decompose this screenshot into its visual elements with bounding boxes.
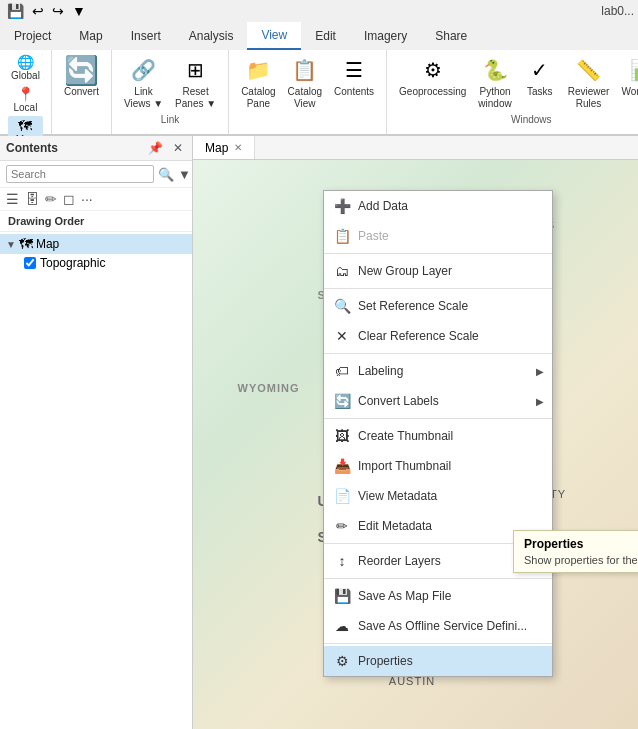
ctx-sep-2 [324, 288, 552, 289]
ctx-convert-labels[interactable]: 🔄 Convert Labels ▶ [324, 386, 552, 416]
tree-item-map[interactable]: ▼ 🗺 Map [0, 234, 192, 254]
btn-local[interactable]: 📍 Local [8, 84, 43, 115]
layer-tree: ▼ 🗺 Map Topographic [0, 232, 192, 274]
map-content[interactable]: SOUTH DAKOTA WYOMING GREAT PLAINS NEBRAS… [193, 160, 638, 729]
tab-analysis[interactable]: Analysis [175, 22, 248, 50]
tab-share[interactable]: Share [421, 22, 481, 50]
ctx-labeling[interactable]: 🏷 Labeling ▶ [324, 356, 552, 386]
contents-icon: ☰ [338, 54, 370, 86]
tree-arrow-map: ▼ [6, 239, 16, 250]
catalog-view-icon: 📋 [289, 54, 321, 86]
main-area: Contents 📌 ✕ 🔍 ▼ ☰ 🗄 ✏ ◻ ··· Drawing Ord… [0, 136, 638, 729]
convert-labels-icon: 🔄 [332, 391, 352, 411]
tab-map[interactable]: Map [65, 22, 116, 50]
search-options-icon[interactable]: ▼ [178, 167, 191, 182]
btn-workflow[interactable]: 📊 Workflo... [617, 52, 638, 100]
ctx-new-group-layer[interactable]: 🗂 New Group Layer [324, 256, 552, 286]
btn-catalog-pane[interactable]: 📁 CatalogPane [237, 52, 279, 112]
map-tab-bar: Map ✕ [193, 136, 638, 160]
python-icon: 🐍 [479, 54, 511, 86]
drawing-order-label: Drawing Order [0, 211, 192, 232]
ctx-create-thumbnail[interactable]: 🖼 Create Thumbnail [324, 421, 552, 451]
ctx-properties[interactable]: ⚙ Properties [324, 646, 552, 676]
btn-python-window[interactable]: 🐍 Pythonwindow [474, 52, 515, 112]
geoprocessing-label: Geoprocessing [399, 86, 466, 98]
workflow-label: Workflo... [621, 86, 638, 98]
btn-contents[interactable]: ☰ Contents [330, 52, 378, 100]
map-view-icon: 🗺 [18, 118, 32, 134]
panel-close-btn[interactable]: ✕ [170, 140, 186, 156]
btn-global[interactable]: 🌐 Global [8, 52, 43, 83]
ctx-add-data-label: Add Data [358, 199, 544, 213]
ctx-view-metadata[interactable]: 📄 View Metadata [324, 481, 552, 511]
list-by-editing-btn[interactable]: ✏ [45, 191, 57, 207]
search-input[interactable] [6, 165, 154, 183]
global-icon: 🌐 [17, 54, 34, 70]
tab-project[interactable]: Project [0, 22, 65, 50]
qat-dropdown[interactable]: ▼ [69, 2, 89, 20]
qat-undo[interactable]: ↩ [29, 2, 47, 20]
ctx-save-offline-label: Save As Offline Service Defini... [358, 619, 544, 633]
list-by-selection-btn[interactable]: ◻ [63, 191, 75, 207]
tree-item-topographic[interactable]: Topographic [0, 254, 192, 272]
ctx-create-thumbnail-label: Create Thumbnail [358, 429, 544, 443]
qat-save[interactable]: 💾 [4, 2, 27, 20]
create-thumbnail-icon: 🖼 [332, 426, 352, 446]
options-btn[interactable]: ··· [81, 191, 93, 207]
map-tab-close[interactable]: ✕ [234, 142, 242, 153]
ctx-import-thumbnail[interactable]: 📥 Import Thumbnail [324, 451, 552, 481]
btn-geoprocessing[interactable]: ⚙ Geoprocessing [395, 52, 470, 100]
ctx-sep-7 [324, 643, 552, 644]
panel-pin-btn[interactable]: 📌 [145, 140, 166, 156]
btn-link-views[interactable]: 🔗 LinkViews ▼ [120, 52, 167, 112]
reset-panes-icon: ⊞ [180, 54, 212, 86]
local-icon: 📍 [17, 86, 34, 102]
contents-btn-label: Contents [334, 86, 374, 98]
convert-icon: 🔄 [65, 54, 97, 86]
labeling-icon: 🏷 [332, 361, 352, 381]
topographic-checkbox[interactable] [24, 257, 36, 269]
search-icon[interactable]: 🔍 [158, 167, 174, 182]
btn-reset-panes[interactable]: ⊞ ResetPanes ▼ [171, 52, 220, 112]
ribbon-group-view: 🌐 Global 📍 Local 🗺 Map View [0, 50, 52, 134]
btn-tasks[interactable]: ✓ Tasks [520, 52, 560, 100]
btn-catalog-view[interactable]: 📋 CatalogView [284, 52, 326, 112]
ctx-sep-3 [324, 353, 552, 354]
ribbon-group-windows: ⚙ Geoprocessing 🐍 Pythonwindow ✓ Tasks 📏… [387, 50, 638, 134]
app-title: lab0... [601, 4, 634, 18]
btn-reviewer-rules[interactable]: 📏 ReviewerRules [564, 52, 614, 112]
map-tab-label: Map [205, 141, 228, 155]
ctx-add-data[interactable]: ➕ Add Data [324, 191, 552, 221]
ctx-sep-1 [324, 253, 552, 254]
catalog-pane-label: CatalogPane [241, 86, 275, 110]
view-metadata-icon: 📄 [332, 486, 352, 506]
tab-view[interactable]: View [247, 22, 301, 50]
ctx-sep-6 [324, 578, 552, 579]
context-menu: ➕ Add Data 📋 Paste 🗂 New Group Layer 🔍 S… [323, 190, 553, 677]
tooltip-title: Properties [524, 537, 638, 551]
ctx-reorder-layers-label: Reorder Layers [358, 554, 536, 568]
clear-ref-scale-icon: ✕ [332, 326, 352, 346]
ctx-save-offline[interactable]: ☁ Save As Offline Service Defini... [324, 611, 552, 641]
contents-toolbar: ☰ 🗄 ✏ ◻ ··· [0, 188, 192, 211]
qat-redo[interactable]: ↪ [49, 2, 67, 20]
ctx-clear-ref-scale[interactable]: ✕ Clear Reference Scale [324, 321, 552, 351]
tab-edit[interactable]: Edit [301, 22, 350, 50]
geoprocessing-icon: ⚙ [417, 54, 449, 86]
ctx-properties-label: Properties [358, 654, 544, 668]
ctx-new-group-layer-label: New Group Layer [358, 264, 544, 278]
ribbon-body: 🌐 Global 📍 Local 🗺 Map View 🔄 Convert [0, 50, 638, 136]
ctx-save-map-file[interactable]: 💾 Save As Map File [324, 581, 552, 611]
catalog-pane-icon: 📁 [242, 54, 274, 86]
list-by-data-source-btn[interactable]: 🗄 [25, 191, 39, 207]
reviewer-icon: 📏 [573, 54, 605, 86]
btn-convert[interactable]: 🔄 Convert [60, 52, 103, 100]
list-by-drawing-order-btn[interactable]: ☰ [6, 191, 19, 207]
tab-insert[interactable]: Insert [117, 22, 175, 50]
map-area: Map ✕ SOUTH DAKOTA WYOMING GREAT PLAINS … [193, 136, 638, 729]
import-thumbnail-icon: 📥 [332, 456, 352, 476]
map-tab[interactable]: Map ✕ [193, 136, 255, 159]
ctx-set-ref-scale[interactable]: 🔍 Set Reference Scale [324, 291, 552, 321]
ctx-save-map-file-label: Save As Map File [358, 589, 544, 603]
tab-imagery[interactable]: Imagery [350, 22, 421, 50]
